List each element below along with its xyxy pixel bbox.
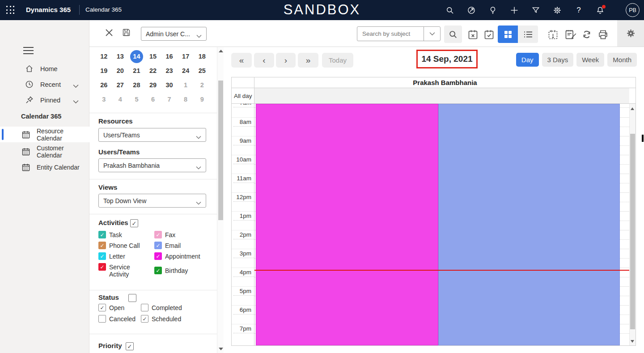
print-icon[interactable]: [596, 28, 610, 41]
first-page-button[interactable]: «: [231, 53, 252, 68]
mini-calendar-day[interactable]: 22: [145, 64, 161, 78]
mini-calendar-day[interactable]: 7: [161, 92, 178, 106]
scroll-down-arrow[interactable]: [631, 340, 634, 343]
mini-calendar-day[interactable]: 6: [145, 92, 161, 106]
mini-calendar-day[interactable]: 9: [194, 92, 210, 106]
today-button[interactable]: Today: [322, 53, 353, 68]
chevron-down-icon[interactable]: [73, 82, 79, 86]
calendar-x-icon[interactable]: [466, 28, 479, 41]
grid-view-button[interactable]: [498, 26, 518, 43]
status-filter-canceled[interactable]: Canceled: [98, 315, 141, 323]
calendar-alert-icon[interactable]: [546, 28, 559, 41]
mini-calendar-day[interactable]: 4: [112, 92, 129, 106]
resources-dropdown[interactable]: Users/Teams: [98, 128, 206, 142]
scheduled-checkbox[interactable]: ✓: [141, 315, 148, 323]
phone-call-checkbox[interactable]: ✓: [98, 242, 106, 249]
scrollbar-thumb[interactable]: [630, 134, 635, 329]
activity-filter-birthday[interactable]: ✓Birthday: [154, 267, 210, 274]
help-icon[interactable]: ?: [574, 6, 583, 15]
activity-filter-task[interactable]: ✓Task: [98, 231, 154, 238]
calendar-check-icon[interactable]: [482, 28, 496, 41]
activity-filter-fax[interactable]: ✓Fax: [154, 231, 210, 238]
mini-calendar-day[interactable]: 28: [128, 78, 145, 92]
next-button[interactable]: ›: [276, 53, 296, 68]
mini-calendar-day[interactable]: 20: [112, 64, 129, 78]
mini-calendar-day[interactable]: 24: [178, 64, 194, 78]
filter-icon[interactable]: [531, 6, 540, 15]
notifications-icon[interactable]: [596, 6, 605, 15]
view-button-day[interactable]: Day: [516, 53, 539, 67]
sidebar-item-entity-calendar[interactable]: Entity Calendar: [0, 159, 89, 175]
mini-calendar-day[interactable]: 27: [112, 78, 129, 92]
activity-filter-appointment[interactable]: ✓Appointment: [154, 252, 210, 260]
all-day-cell[interactable]: [254, 88, 629, 103]
search-icon[interactable]: [445, 6, 454, 15]
status-filter-open[interactable]: ✓Open: [98, 304, 141, 311]
settings-icon[interactable]: [553, 6, 562, 15]
sidebar-item-recent[interactable]: Recent: [0, 77, 89, 92]
mini-calendar-day[interactable]: 3: [96, 92, 112, 106]
hamburger-menu-icon[interactable]: [23, 47, 34, 55]
list-view-button[interactable]: [518, 26, 538, 43]
sidebar-item-home[interactable]: Home: [0, 61, 89, 77]
users-teams-dropdown[interactable]: Prakash Bambhania: [98, 158, 206, 172]
sidebar-item-resource-calendar[interactable]: Resource Calendar: [0, 127, 89, 142]
mini-calendar-day[interactable]: 17: [178, 49, 194, 64]
refresh-icon[interactable]: [580, 28, 593, 41]
mini-calendar-day[interactable]: 15: [145, 49, 161, 64]
status-filter-completed[interactable]: Completed: [141, 304, 210, 311]
task-checkbox[interactable]: ✓: [98, 231, 106, 238]
chevron-down-icon[interactable]: [73, 98, 79, 102]
mini-calendar-day[interactable]: 13: [112, 49, 129, 64]
mini-calendar-day[interactable]: 21: [128, 64, 145, 78]
calendar-scrollbar[interactable]: [629, 104, 636, 345]
mini-calendar-day[interactable]: 23: [161, 64, 178, 78]
search-button[interactable]: [444, 26, 462, 43]
fax-checkbox[interactable]: ✓: [154, 231, 162, 238]
scroll-down-arrow[interactable]: [219, 348, 223, 350]
plus-icon[interactable]: [510, 6, 519, 15]
mini-calendar-day[interactable]: 12: [96, 49, 112, 64]
mini-calendar-day[interactable]: 2: [194, 78, 210, 92]
activity-filter-letter[interactable]: ✓Letter: [98, 252, 154, 260]
birthday-checkbox[interactable]: ✓: [154, 267, 162, 274]
status-master-checkbox[interactable]: [128, 294, 136, 302]
view-button-week[interactable]: Week: [576, 53, 604, 67]
open-checkbox[interactable]: ✓: [98, 304, 106, 311]
status-filter-scheduled[interactable]: ✓Scheduled: [141, 315, 210, 323]
completed-checkbox[interactable]: [141, 304, 148, 311]
mini-calendar-day[interactable]: 25: [194, 64, 210, 78]
mini-calendar-day[interactable]: 14: [128, 49, 145, 64]
service-activity-checkbox[interactable]: ✓: [98, 263, 106, 271]
views-dropdown[interactable]: Top Down View: [98, 194, 206, 208]
gear-icon[interactable]: [626, 28, 636, 38]
mini-calendar-day[interactable]: 18: [194, 49, 210, 64]
event-appointment[interactable]: [256, 104, 438, 345]
canceled-checkbox[interactable]: [98, 315, 106, 323]
priority-master-checkbox[interactable]: ✓: [126, 342, 134, 350]
task-check-icon[interactable]: [467, 6, 476, 15]
day-column[interactable]: [254, 104, 629, 345]
chevron-down-icon[interactable]: [424, 32, 440, 36]
mini-calendar-day[interactable]: 8: [178, 92, 194, 106]
scroll-up-arrow[interactable]: [631, 107, 634, 110]
notes-icon[interactable]: [563, 28, 577, 41]
sidebar-item-pinned[interactable]: Pinned: [0, 92, 89, 108]
last-page-button[interactable]: »: [298, 53, 318, 68]
mini-calendar-day[interactable]: 19: [96, 64, 112, 78]
letter-checkbox[interactable]: ✓: [98, 252, 106, 260]
event-email[interactable]: [438, 104, 620, 345]
sidebar-item-customer-calendar[interactable]: Customer Calendar: [0, 144, 89, 159]
scroll-up-arrow[interactable]: [219, 50, 223, 52]
activity-filter-email[interactable]: ✓Email: [154, 242, 210, 249]
scrollbar-thumb[interactable]: [218, 81, 223, 220]
all-day-row[interactable]: All day: [232, 88, 636, 104]
activity-filter-service-activity[interactable]: ✓Service Activity: [98, 263, 154, 278]
save-icon[interactable]: [122, 28, 131, 37]
filter-panel-scrollbar[interactable]: [217, 47, 224, 353]
close-icon[interactable]: [105, 28, 114, 37]
view-button-month[interactable]: Month: [607, 53, 637, 67]
mini-calendar-day[interactable]: 30: [161, 78, 178, 92]
mini-calendar-day[interactable]: 29: [145, 78, 161, 92]
activity-filter-phone-call[interactable]: ✓Phone Call: [98, 242, 154, 249]
